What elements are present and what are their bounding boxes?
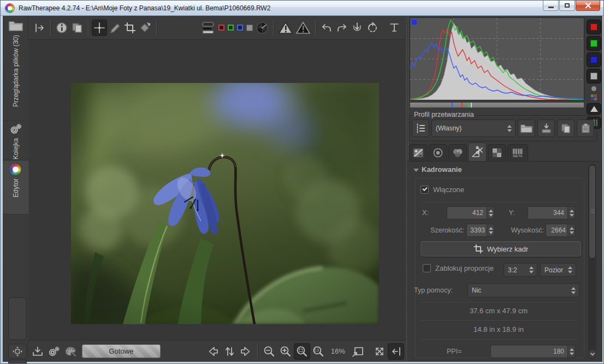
preview-luminosity-button[interactable] [246,25,253,31]
add-crop-window-button[interactable] [350,343,366,360]
maximize-button[interactable] [559,1,575,11]
tab-metadata[interactable]: META [507,144,528,161]
ppi-spinner[interactable]: 180 [490,345,576,358]
info-button[interactable] [54,20,69,36]
histogram-blue-toggle[interactable] [587,52,601,67]
navigator-pan-button[interactable] [8,344,27,359]
gears-icon [9,124,22,134]
photo-preview[interactable] [71,83,379,324]
crop-height-spinner[interactable]: 2664 [546,224,576,237]
crop-y-spinner[interactable]: 344 [528,206,576,219]
lock-ratio-checkbox[interactable] [423,264,431,272]
undo-button[interactable] [319,20,334,36]
crop-x-spinner[interactable]: 412 [447,206,495,219]
crop-enabled-checkbox[interactable] [421,186,429,194]
scrollbar-down-button[interactable] [589,350,596,358]
zoom-in-button[interactable] [277,343,294,360]
preview-green-channel-button[interactable] [228,25,234,31]
crop-x-value[interactable]: 412 [447,206,487,219]
crop-y-value[interactable]: 344 [528,206,568,219]
fill-mode-button[interactable] [412,120,429,137]
add-to-queue-button[interactable] [46,343,62,360]
preview-modes-button[interactable] [199,20,217,36]
close-button[interactable] [576,1,600,11]
spinner-arrows-icon[interactable] [487,206,495,219]
undo-icon [320,22,333,33]
t-bar-icon [389,22,400,34]
rotate-dashed-button[interactable] [365,20,380,36]
tab-detail[interactable] [429,144,447,161]
collapse-arrow-icon[interactable] [413,169,419,172]
ppi-value[interactable]: 180 [490,345,568,358]
spinner-arrows-icon[interactable] [568,345,576,358]
rotate-tool-button[interactable] [138,20,153,36]
progress-label: Gotowe [109,347,134,355]
histogram-plot[interactable] [410,17,584,100]
select-crop-button[interactable]: Wybierz kadr [421,241,581,256]
crop-width-value[interactable]: 3393 [466,224,487,237]
hand-tool-button[interactable] [92,20,107,36]
tab-file-browser[interactable]: Przeglądarka plików (30) [3,17,28,121]
copy-profile-button[interactable] [557,120,575,137]
hide-right-panel-button[interactable] [388,343,404,360]
tab-editor[interactable]: Edytor [3,161,28,214]
focus-mask-button[interactable] [254,20,270,36]
tab-transform[interactable] [468,142,487,161]
filmstrip-toggle-button[interactable] [8,360,27,364]
folder-open-icon [520,123,532,133]
raw-checkerboard-icon [492,147,502,158]
histogram-green-toggle[interactable] [587,36,601,51]
load-profile-button[interactable] [518,120,535,137]
highlight-clipping-button[interactable] [277,20,294,36]
edit-external-button[interactable] [62,343,79,360]
next-image-button[interactable] [238,343,254,360]
preview-blue-channel-button[interactable] [237,25,243,31]
histogram-red-toggle[interactable] [587,20,601,34]
histogram-chroma-toggle[interactable] [591,94,597,100]
crop-width-spinner[interactable]: 3393 [466,224,495,237]
guide-type-select[interactable]: Nic [467,283,579,297]
histogram-value-dot-icon[interactable] [591,86,596,91]
previous-image-button[interactable] [205,343,221,360]
collapsed-panel-handle[interactable] [8,297,27,340]
spinner-arrows-icon[interactable] [568,224,576,237]
snapshot-pin-button[interactable] [350,20,365,36]
crop-tool-button[interactable] [122,20,138,36]
crop-enabled-label: Włączone [433,186,464,194]
paste-profile-button[interactable] [577,120,594,137]
zoom-out-button[interactable] [261,343,277,360]
tab-exposure[interactable] [409,144,428,161]
shadow-clipping-button[interactable] [294,20,312,36]
editor-canvas[interactable] [28,40,405,340]
progress-bar: Gotowe [82,344,161,358]
tools-scrollbar[interactable] [588,164,596,359]
scrollbar-thumb[interactable] [589,165,596,259]
ratio-select[interactable]: 3:2 [504,263,537,277]
save-image-button[interactable] [29,343,46,360]
redo-button[interactable] [334,20,350,36]
minimize-button[interactable] [543,1,559,11]
fullscreen-button[interactable] [371,343,388,360]
hide-left-panel-button[interactable] [32,20,47,36]
histogram-luma-toggle[interactable] [587,69,601,83]
before-after-button[interactable] [69,20,85,36]
swap-image-button[interactable] [221,343,238,360]
detach-preview-button[interactable] [387,20,402,36]
zoom-fit-button[interactable] [294,343,310,360]
tab-raw[interactable] [488,144,506,161]
crop-section-title[interactable]: Kadrowanie [422,165,462,174]
exposure-icon [412,147,424,158]
tab-queue[interactable]: Kolejka [3,121,28,160]
titlebar[interactable]: RawTherapee 4.2.74 - E:\An\Moje Foty z P… [1,1,604,16]
straighten-tool-button[interactable] [107,20,122,36]
profile-select[interactable]: (Własny) [431,120,516,137]
save-profile-button[interactable] [537,120,555,137]
spinner-arrows-icon[interactable] [568,206,576,219]
histogram-raw-toggle[interactable] [587,103,601,115]
preview-red-channel-button[interactable] [218,25,224,31]
orientation-select[interactable]: Pozior [540,263,576,277]
crop-height-value[interactable]: 2664 [546,224,568,237]
spinner-arrows-icon[interactable] [487,224,495,237]
tab-color[interactable] [448,144,467,161]
zoom-100-button[interactable]: 1:1 [310,343,327,360]
